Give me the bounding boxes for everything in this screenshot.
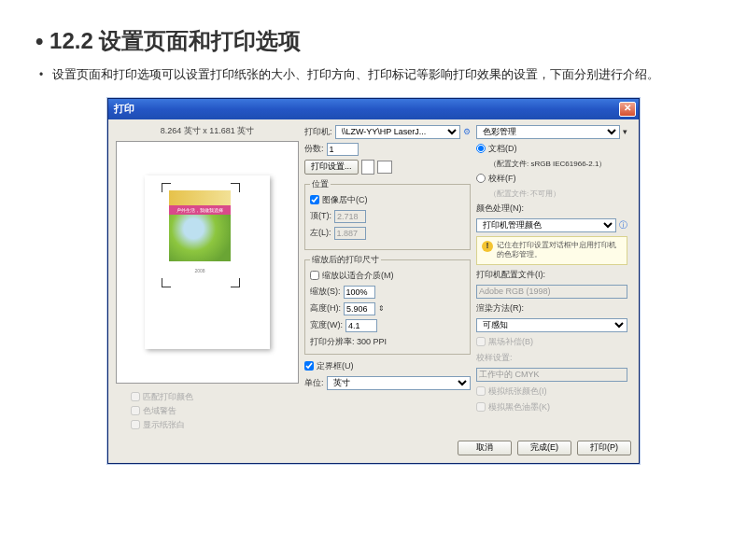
show-paper-white-label: 显示纸张白: [143, 419, 185, 431]
black-point-checkbox: [476, 337, 486, 346]
link-icon[interactable]: ⇕: [378, 304, 385, 313]
print-dialog: 打印 ✕ 8.264 英寸 x 11.681 英寸 户外生活，我做我选择 200…: [107, 98, 640, 464]
paper-preview: 户外生活，我做我选择 2008: [145, 175, 270, 349]
position-legend: 位置: [310, 178, 331, 190]
warning-text: 记住在打印设置对话框中启用打印机的色彩管理。: [497, 241, 622, 260]
top-input: [334, 210, 366, 223]
page-description: 设置页面和打印选项可以设置打印纸张的大小、打印方向、打印标记等影响打印效果的设置…: [52, 65, 659, 85]
gamut-warning-label: 色域警告: [143, 405, 176, 417]
printer-profile-label: 打印机配置文件(I):: [476, 269, 545, 281]
color-handling-label: 颜色处理(N):: [476, 203, 524, 215]
scale-input[interactable]: [344, 286, 375, 299]
center-image-label: 图像居中(C): [322, 194, 368, 206]
scaled-size-legend: 缩放后的打印尺寸: [310, 254, 381, 266]
color-management-select[interactable]: 色彩管理: [476, 125, 620, 139]
proof-profile: （配置文件: 不可用）: [489, 189, 560, 199]
close-icon[interactable]: ✕: [619, 102, 636, 117]
left-input: [334, 227, 366, 240]
preview-image: 户外生活，我做我选择 2008: [169, 190, 231, 280]
copies-input[interactable]: [327, 143, 359, 156]
printer-profile-select: [476, 285, 627, 299]
dropdown-icon[interactable]: ▾: [623, 127, 627, 136]
printer-settings-icon[interactable]: ⚙: [463, 127, 471, 136]
height-input[interactable]: [344, 302, 375, 315]
units-select[interactable]: 英寸: [327, 376, 471, 390]
done-button[interactable]: 完成(E): [517, 441, 571, 455]
print-resolution: 打印分辨率: 300 PPI: [310, 336, 465, 348]
units-label: 单位:: [304, 377, 324, 389]
document-radio-label: 文档(D): [488, 143, 517, 155]
orientation-landscape-icon[interactable]: [377, 161, 392, 174]
sim-black-label: 模拟黑色油墨(K): [488, 401, 550, 413]
position-group: 位置 图像居中(C) 顶(T): 左(L):: [304, 178, 471, 250]
top-label: 顶(T):: [310, 210, 331, 222]
left-label: 左(L):: [310, 227, 331, 239]
printer-select[interactable]: \\LZW-YY\HP LaserJ...: [335, 125, 460, 139]
fit-media-checkbox[interactable]: [310, 271, 319, 280]
proof-radio-label: 校样(F): [488, 173, 516, 185]
titlebar[interactable]: 打印 ✕: [108, 99, 639, 119]
document-radio[interactable]: [476, 144, 486, 153]
dialog-title: 打印: [114, 102, 134, 116]
bounding-box-label: 定界框(U): [317, 360, 354, 372]
warning-icon: !: [482, 241, 493, 252]
printer-label: 打印机:: [304, 126, 332, 138]
info-icon[interactable]: ⓘ: [619, 219, 627, 231]
proof-radio[interactable]: [476, 174, 486, 183]
bounding-box-checkbox[interactable]: [304, 361, 314, 371]
color-handling-select[interactable]: 打印机管理颜色: [476, 218, 616, 232]
scaled-size-group: 缩放后的打印尺寸 缩放以适合介质(M) 缩放(S): 高度(H): ⇕ 宽度(W…: [304, 254, 471, 355]
sim-paper-checkbox: [476, 386, 486, 396]
rendering-intent-label: 渲染方法(R):: [476, 302, 524, 315]
center-image-checkbox[interactable]: [310, 195, 319, 204]
match-print-colors-label: 匹配打印颜色: [143, 391, 193, 403]
rendering-intent-select[interactable]: 可感知: [476, 318, 627, 332]
width-label: 宽度(W):: [310, 319, 343, 331]
warning-box: ! 记住在打印设置对话框中启用打印机的色彩管理。: [476, 236, 627, 265]
sim-black-checkbox: [476, 402, 486, 412]
document-profile: （配置文件: sRGB IEC61966-2.1）: [489, 159, 606, 169]
scale-label: 缩放(S):: [310, 286, 341, 298]
print-button[interactable]: 打印(P): [577, 441, 631, 455]
page-setup-button[interactable]: 打印设置...: [304, 160, 359, 175]
black-point-label: 黑场补偿(B): [488, 336, 533, 348]
gamut-warning-checkbox: [131, 406, 140, 415]
sim-paper-label: 模拟纸张颜色(I): [488, 385, 547, 398]
show-paper-white-checkbox: [131, 420, 140, 429]
copies-label: 份数:: [304, 143, 324, 155]
width-input[interactable]: [345, 319, 377, 332]
page-heading: 12.2 设置页面和打印选项: [35, 26, 712, 56]
match-print-colors-checkbox: [131, 392, 140, 401]
print-preview: 户外生活，我做我选择 2008: [116, 141, 299, 384]
preview-dimensions: 8.264 英寸 x 11.681 英寸: [116, 125, 299, 137]
proof-setup-label: 校样设置:: [476, 352, 513, 364]
height-label: 高度(H):: [310, 302, 341, 315]
proof-setup-select: [476, 368, 627, 382]
fit-media-label: 缩放以适合介质(M): [322, 270, 394, 282]
bullet-icon: •: [39, 68, 43, 81]
orientation-portrait-icon[interactable]: [361, 160, 374, 175]
cancel-button[interactable]: 取消: [458, 441, 512, 455]
